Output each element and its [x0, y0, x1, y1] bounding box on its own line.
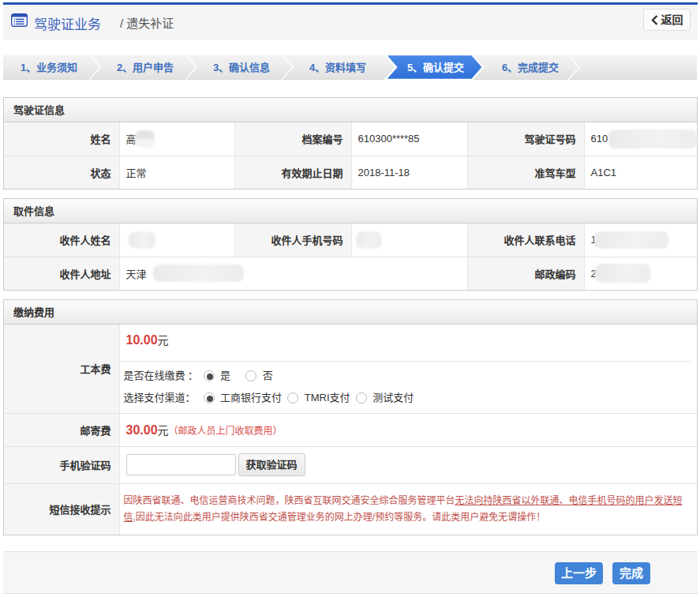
svg-text:1、业务须知: 1、业务须知 — [21, 62, 77, 73]
svg-text:5、确认提交: 5、确认提交 — [407, 62, 464, 73]
svg-text:4、资料填写: 4、资料填写 — [309, 62, 366, 73]
svg-text:3、确认信息: 3、确认信息 — [213, 62, 270, 73]
svg-text:6、完成提交: 6、完成提交 — [502, 62, 559, 73]
svg-text:2、用户申告: 2、用户申告 — [117, 62, 174, 73]
